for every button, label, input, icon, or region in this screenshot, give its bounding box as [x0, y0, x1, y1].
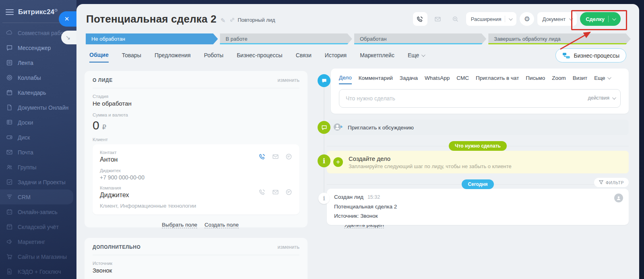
sidebar-item-boards[interactable]: Доски [0, 115, 76, 130]
todo-hint-pill[interactable]: Что нужно сделать [449, 141, 507, 151]
contact-name-link[interactable]: Антон [100, 156, 118, 163]
sidebar-item-sites[interactable]: Сайты и Магазины [0, 249, 76, 264]
timeline-info-icon: i [318, 154, 330, 167]
edit-title-icon[interactable]: ✎ [221, 17, 226, 24]
edit-about-link[interactable]: изменить [278, 77, 299, 83]
create-deal-button[interactable]: Сделку [580, 12, 621, 26]
tab-robots[interactable]: Роботы [204, 52, 223, 62]
sidebar-item-marketing[interactable]: Маркетинг [0, 234, 76, 249]
actions-dropdown[interactable]: действия [588, 95, 615, 101]
extensions-dropdown[interactable]: Расширения [466, 12, 517, 26]
tab-general[interactable]: Общие [89, 52, 109, 62]
call-button[interactable] [413, 12, 427, 26]
contact-phone-value[interactable]: +7 900 000-00-00 [100, 174, 292, 181]
activity-tab-invite-chat[interactable]: Пригласить в чат [476, 75, 519, 84]
filter-button[interactable]: ФИЛЬТР [594, 178, 629, 187]
close-slider-button[interactable]: ✕ [59, 11, 76, 27]
activity-card: Дело Комментарий Задача WhatsApp СМС При… [331, 69, 629, 114]
minimize-arrow-icon: ↘ [66, 34, 71, 41]
stage-in-progress[interactable]: В работе [220, 33, 352, 44]
minimize-slider-button[interactable]: ↘ [61, 31, 76, 44]
settings-button[interactable]: ⚙ [520, 12, 534, 26]
stage-field-value[interactable]: Не обработан [93, 100, 299, 107]
timeline-event-card[interactable]: Создан лид 15:32 Потенциальная сделка 2 … [327, 189, 629, 225]
tab-history[interactable]: История [325, 52, 347, 62]
sidebar-item-groups[interactable]: Группы [0, 160, 76, 175]
invite-discussion-row[interactable]: + Пригласить к обсуждению [327, 120, 629, 135]
activity-tab-visit[interactable]: Визит [573, 75, 587, 84]
calendar-icon [6, 89, 13, 96]
tab-more[interactable]: Еще [408, 52, 425, 62]
tab-products[interactable]: Товары [122, 52, 141, 62]
menu-hamburger-icon[interactable] [6, 9, 14, 15]
today-pill[interactable]: Сегодня [462, 179, 493, 189]
activity-tab-comment[interactable]: Комментарий [359, 75, 393, 84]
stage-not-processed[interactable]: Не обработан [86, 33, 218, 44]
client-card: Контакт Антон Диджитех +7 900 000-00-00 … [93, 144, 299, 214]
event-time: 15:32 [367, 194, 380, 200]
tab-marketplace[interactable]: Маркетплейс [360, 52, 394, 62]
add-person-icon: + [333, 123, 343, 132]
chevron-down-icon [421, 53, 425, 57]
select-field-link[interactable]: Выбрать поле [162, 222, 197, 228]
source-field-value[interactable]: Звонок [93, 267, 299, 274]
messenger-icon[interactable] [285, 189, 292, 196]
activity-tab-todo[interactable]: Дело [339, 75, 352, 84]
timeline-discussion-icon [318, 121, 330, 134]
envelope-icon[interactable] [272, 189, 279, 196]
people-icon [6, 164, 13, 171]
edit-additional-link[interactable]: изменить [278, 244, 299, 250]
phone-icon[interactable] [259, 189, 266, 196]
sidebar-item-online-booking[interactable]: Онлайн-запись [0, 204, 76, 219]
tab-links[interactable]: Связи [296, 52, 312, 62]
add-todo-button[interactable]: + [333, 157, 343, 167]
create-todo-subtitle: Запланируйте следующий шаг по лиду, чтоб… [349, 163, 512, 169]
chevron-down-icon [509, 17, 513, 21]
sidebar-item-warehouse[interactable]: Складской учёт [0, 219, 76, 234]
activity-tab-letter[interactable]: Письмо [526, 75, 545, 84]
brand-clock-mark: ◷ [54, 8, 58, 12]
activity-tab-task[interactable]: Задача [400, 75, 418, 84]
user-avatar [614, 194, 623, 202]
sidebar-item-documents-online[interactable]: Документы Онлайн [0, 100, 76, 115]
section-title: О ЛИДЕ [93, 77, 113, 83]
sidebar-item-mail[interactable]: Почта [0, 145, 76, 160]
create-field-link[interactable]: Создать поле [204, 222, 239, 228]
check-square-icon [6, 179, 13, 185]
stage-processed[interactable]: Обработан [354, 33, 486, 44]
business-processes-button[interactable]: Бизнес-процессы [555, 48, 626, 62]
activity-tab-zoom[interactable]: Zoom [552, 75, 566, 84]
sidebar-item-tasks[interactable]: Задачи и Проекты [0, 175, 76, 189]
divider [93, 88, 299, 88]
activity-tab-sms[interactable]: СМС [456, 75, 469, 84]
envelope-icon [434, 16, 441, 23]
zoom-search-button[interactable] [448, 12, 463, 26]
cloud-icon [6, 29, 13, 36]
stage-finish-processing[interactable]: Завершить обработку лида [488, 33, 631, 44]
sidebar-item-crm[interactable]: CRM [0, 189, 73, 204]
create-todo-title[interactable]: Создайте дело [349, 155, 512, 162]
header-actions: Расширения ⚙ Документ Сделку [413, 12, 621, 26]
sidebar-item-kedo[interactable]: КЭДО + Госключ [0, 264, 76, 279]
company-name-link[interactable]: Диджитех [100, 192, 129, 199]
activity-tab-whatsapp[interactable]: WhatsApp [425, 75, 450, 84]
tab-business-processes[interactable]: Бизнес-процессы [237, 52, 282, 62]
sidebar-item-calendar[interactable]: Календарь [0, 85, 76, 100]
sidebar-item-disk[interactable]: Диск [0, 130, 76, 145]
repeat-lead-chip[interactable]: Повторный лид [229, 17, 275, 23]
messenger-icon[interactable] [285, 153, 292, 160]
collabs-icon [6, 74, 13, 81]
chevron-down-icon [612, 17, 616, 21]
feed-icon [6, 59, 13, 66]
amount-field-value[interactable]: 0₽ [93, 119, 299, 132]
brand-logo[interactable]: Битрикс24◷ [18, 8, 58, 16]
todo-input[interactable] [339, 89, 621, 108]
envelope-icon[interactable] [272, 153, 279, 160]
tab-quotes[interactable]: Предложения [155, 52, 191, 62]
phone-icon[interactable] [259, 153, 266, 160]
sidebar-item-collabs[interactable]: Коллабы [0, 70, 76, 85]
sidebar-item-feed[interactable]: Лента [0, 55, 76, 70]
document-dropdown[interactable]: Документ [537, 12, 577, 26]
activity-tab-more[interactable]: Еще [594, 75, 610, 84]
email-button[interactable] [431, 12, 445, 26]
